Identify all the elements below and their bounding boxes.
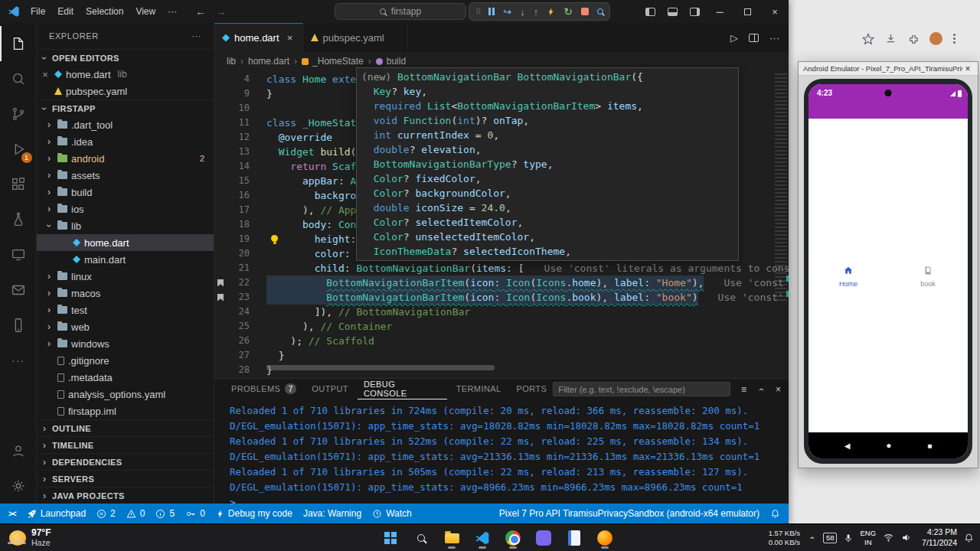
phone-screen[interactable]: 4:23 Homebook ◀ ● ■	[808, 84, 968, 458]
status-ports[interactable]: 0	[180, 504, 211, 523]
horizontal-scrollbar[interactable]	[266, 365, 495, 370]
close-editor-icon[interactable]: ×	[40, 69, 51, 80]
tray-expand-icon[interactable]: ›	[807, 533, 816, 543]
code-line[interactable]: 21 child: BottomNavigationBar(items: [Us…	[214, 261, 789, 276]
code-line[interactable]: 25 ), // Container	[214, 319, 789, 334]
filter-icon[interactable]: ≡	[741, 384, 746, 395]
taskbar-clock[interactable]: 4:23 PM 7/11/2024	[919, 527, 957, 548]
minimize-button[interactable]: ─	[706, 0, 733, 23]
project-header[interactable]: › FIRSTAPP	[37, 99, 214, 116]
breadcrumb-item[interactable]: lib	[227, 56, 236, 67]
sidebar-section-timeline[interactable]: ›TIMELINE	[37, 436, 214, 453]
account-button[interactable]	[0, 433, 37, 468]
code-line[interactable]: 23 BottomNavigationBarItem(icon: Icon(Ic…	[214, 290, 789, 305]
bottom-nav-book[interactable]: book	[888, 265, 968, 288]
tree-item[interactable]: ›assets	[37, 167, 214, 184]
app-button-2[interactable]	[564, 527, 584, 549]
breadcrumb-item[interactable]: build	[376, 56, 406, 67]
code-line[interactable]: 26 ); // Scaffold	[214, 334, 789, 348]
toggle-panel-icon[interactable]	[668, 8, 678, 16]
sidebar-more-icon[interactable]: ···	[191, 31, 201, 41]
start-button[interactable]	[381, 527, 400, 549]
panel-tab-output[interactable]: OUTPUT	[305, 379, 354, 399]
firefox-button[interactable]	[595, 527, 615, 549]
tree-item[interactable]: ›macos	[37, 285, 214, 302]
tree-item[interactable]: ›lib	[37, 217, 214, 234]
file-explorer-button[interactable]	[442, 527, 462, 549]
wifi-icon[interactable]	[883, 533, 894, 543]
status-warnings[interactable]: 0	[121, 504, 151, 523]
activity-source-control[interactable]	[0, 96, 37, 132]
activity-remote-explorer[interactable]	[0, 237, 37, 272]
search-box[interactable]: firstapp	[335, 3, 466, 20]
android-back-button[interactable]: ◀	[844, 442, 851, 450]
extensions-puzzle-icon[interactable]	[907, 33, 919, 44]
browser-menu-icon[interactable]	[953, 34, 956, 44]
menu-item[interactable]: Selection	[80, 3, 129, 20]
sidebar-section-dependencies[interactable]: ›DEPENDENCIES	[37, 453, 214, 470]
panel-filter-input[interactable]	[553, 382, 730, 396]
bookmark-star-icon[interactable]	[862, 33, 874, 45]
step-into-button[interactable]: ↓	[520, 6, 525, 18]
code-line[interactable]: 24 ]), // BottomNavigationBar	[214, 305, 789, 319]
tree-item[interactable]: ›web	[37, 318, 214, 335]
split-editor-icon[interactable]	[749, 34, 759, 42]
tree-item[interactable]: analysis_options.yaml	[37, 386, 214, 403]
tree-item[interactable]: .gitignore	[37, 352, 214, 369]
activity-run-debug[interactable]: 1	[0, 132, 37, 167]
drag-handle-icon[interactable]: ⠿	[475, 8, 480, 16]
toggle-sidebar-icon[interactable]	[645, 8, 655, 16]
tab-pubspec.yaml[interactable]: pubspec.yaml	[303, 23, 408, 52]
tree-item[interactable]: ›.idea	[37, 133, 214, 150]
activity-feedback[interactable]	[0, 272, 37, 308]
activity-more[interactable]: ···	[0, 343, 37, 378]
tree-item[interactable]: ›linux	[37, 268, 214, 285]
tab-home.dart[interactable]: home.dart×	[214, 23, 303, 52]
hot-reload-button[interactable]	[547, 7, 555, 17]
open-editors-header[interactable]: › OPEN EDITORS	[37, 49, 214, 66]
panel-close-icon[interactable]: ×	[776, 384, 781, 395]
editor-more-icon[interactable]: ···	[769, 32, 779, 44]
console-prompt[interactable]: >	[230, 495, 789, 510]
download-icon[interactable]	[885, 33, 897, 44]
code-line[interactable]: 27 }	[214, 348, 789, 363]
breadcrumb-item[interactable]: _HomeState	[302, 56, 364, 67]
menu-item[interactable]: ···	[162, 3, 183, 20]
panel-maximize-icon[interactable]: ›	[756, 385, 766, 394]
android-home-button[interactable]: ●	[886, 440, 891, 451]
open-editor-item[interactable]: ×home.dartlib	[37, 66, 214, 83]
panel-tab-problems[interactable]: PROBLEMS7	[225, 379, 302, 399]
stop-button[interactable]	[581, 8, 589, 15]
tree-item[interactable]: home.dart	[37, 234, 214, 251]
net-speed-widget[interactable]: 1.57 KB/s 0.00 KB/s	[769, 529, 800, 547]
taskbar-search[interactable]	[411, 527, 431, 549]
weather-widget[interactable]: 97°F Haze	[0, 524, 60, 551]
step-out-button[interactable]: ↑	[534, 6, 539, 18]
activity-explorer[interactable]	[0, 26, 37, 61]
nav-back-icon[interactable]: ←	[195, 6, 205, 18]
panel-tab-debug-console[interactable]: DEBUG CONSOLE	[358, 379, 447, 399]
lightbulb-icon[interactable]	[271, 235, 278, 242]
hot-restart-button[interactable]: ↻	[564, 5, 573, 18]
maximize-button[interactable]	[733, 0, 761, 23]
menu-item[interactable]: Edit	[51, 3, 80, 20]
tree-item[interactable]: ›ios	[37, 201, 214, 217]
tree-item[interactable]: ›windows	[37, 335, 214, 352]
tree-item[interactable]: ›android2	[37, 150, 214, 167]
status-launchpad[interactable]: Launchpad	[21, 504, 91, 523]
open-editor-item[interactable]: pubspec.yaml	[37, 83, 214, 99]
nav-forward-icon[interactable]: →	[216, 6, 226, 18]
menu-item[interactable]: File	[24, 3, 51, 20]
status-errors[interactable]: 2	[91, 504, 121, 523]
tree-item[interactable]: firstapp.iml	[37, 403, 214, 419]
battery-indicator[interactable]: 58	[823, 533, 838, 543]
tree-item[interactable]: ›.dart_tool	[37, 116, 214, 133]
app-button-1[interactable]	[534, 527, 554, 549]
tree-item[interactable]: ›test	[37, 302, 214, 318]
breadcrumb-item[interactable]: home.dart	[248, 56, 289, 67]
activity-device[interactable]	[0, 308, 37, 343]
minimap[interactable]	[775, 73, 787, 303]
sidebar-section-servers[interactable]: ›SERVERS	[37, 470, 214, 487]
vscode-button[interactable]	[472, 527, 492, 549]
close-button[interactable]: ×	[761, 0, 789, 23]
